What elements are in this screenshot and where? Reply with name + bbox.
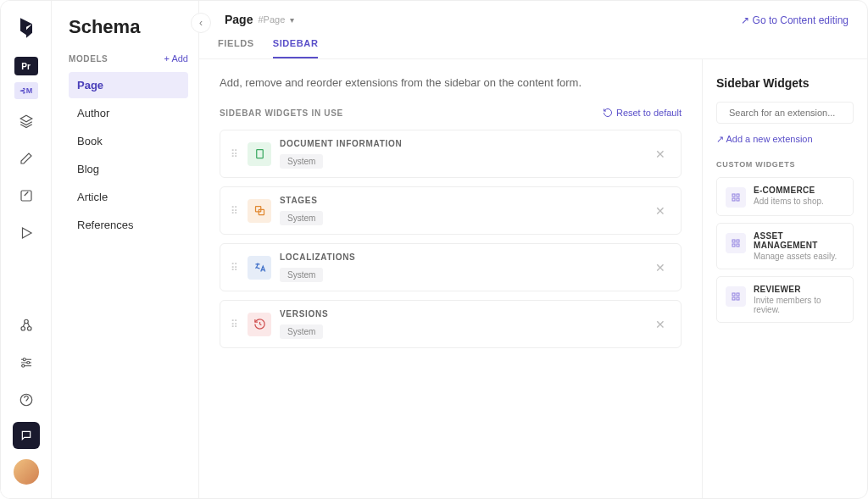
widget-tag: System — [280, 211, 323, 225]
remove-widget-button[interactable]: ✕ — [652, 144, 669, 164]
goto-content-editing-link[interactable]: ↗ Go to Content editing — [741, 14, 849, 26]
back-button[interactable]: ‹ — [191, 13, 211, 33]
widget-tag: System — [280, 324, 323, 339]
svg-rect-22 — [732, 297, 735, 300]
widgets-editor: Add, remove and reorder extensions from … — [199, 59, 702, 498]
main-content: ‹ Page #Page ▾ ↗ Go to Content editing F… — [199, 1, 867, 498]
versions-icon — [248, 313, 271, 336]
user-avatar[interactable] — [14, 459, 39, 485]
svg-point-1 — [21, 327, 25, 331]
svg-rect-18 — [732, 244, 735, 247]
add-model-button[interactable]: + Add — [164, 53, 188, 64]
svg-rect-19 — [737, 244, 739, 247]
schema-title: Schema — [69, 16, 188, 38]
custom-widget-asset-management[interactable]: ASSET MANAGEMENT Manage assets easily. — [716, 223, 854, 269]
models-sidebar: Schema MODELS + Add Page Author Book Blo… — [52, 1, 199, 498]
custom-widget-ecommerce[interactable]: E-COMMERCE Add items to shop. — [716, 177, 854, 216]
custom-widget-reviewer[interactable]: REVIEWER Invite members to review. — [716, 276, 854, 323]
drag-handle-icon[interactable]: ⠿ — [231, 205, 239, 217]
reset-icon — [603, 108, 613, 118]
widget-card-versions: ⠿ VERSIONS System ✕ — [220, 300, 682, 348]
rail-item-compose[interactable] — [11, 180, 42, 211]
svg-rect-15 — [737, 198, 739, 201]
rail-item-help[interactable] — [11, 385, 42, 415]
svg-point-2 — [27, 327, 31, 331]
breadcrumb-page: Page — [225, 13, 253, 26]
document-icon — [248, 142, 271, 166]
svg-point-5 — [26, 362, 29, 364]
widget-title: LOCALIZATIONS — [280, 252, 643, 262]
model-item-author[interactable]: Author — [69, 100, 188, 126]
widget-title: VERSIONS — [280, 309, 643, 319]
widgets-in-use-label: SIDEBAR WIDGETS IN USE — [220, 108, 343, 118]
svg-rect-16 — [732, 240, 735, 242]
svg-rect-0 — [21, 191, 31, 201]
stages-icon — [248, 199, 271, 223]
remove-widget-button[interactable]: ✕ — [652, 314, 669, 335]
intro-text: Add, remove and reorder extensions from … — [220, 76, 682, 89]
tab-sidebar[interactable]: SIDEBAR — [273, 38, 319, 58]
drag-handle-icon[interactable]: ⠿ — [231, 148, 239, 160]
widget-card-document-information: ⠿ DOCUMENT INFORMATION System ✕ — [220, 130, 682, 178]
svg-rect-14 — [732, 198, 735, 201]
svg-rect-21 — [737, 293, 739, 296]
extension-search-input[interactable] — [729, 108, 846, 118]
rail-item-edit[interactable] — [11, 143, 42, 174]
tab-fields[interactable]: FIELDS — [218, 38, 254, 58]
sidebar-widgets-panel: Sidebar Widgets ↗ Add a new extension CU… — [702, 59, 867, 498]
svg-rect-23 — [737, 297, 739, 300]
widget-card-stages: ⠿ STAGES System ✕ — [220, 186, 682, 235]
drag-handle-icon[interactable]: ⠿ — [231, 319, 239, 330]
svg-rect-8 — [256, 150, 263, 158]
svg-rect-13 — [737, 194, 739, 197]
drag-handle-icon[interactable]: ⠿ — [231, 262, 239, 274]
brand-logo-icon — [14, 16, 38, 40]
widget-tag: System — [280, 268, 323, 282]
widget-card-localizations: ⠿ LOCALIZATIONS System ✕ — [220, 243, 682, 291]
extension-search[interactable] — [716, 102, 854, 124]
widget-title: STAGES — [280, 196, 643, 205]
right-panel-title: Sidebar Widgets — [716, 76, 854, 90]
rail-item-chat[interactable] — [13, 422, 40, 449]
custom-desc: Manage assets easily. — [754, 252, 844, 261]
svg-point-4 — [23, 358, 25, 361]
custom-desc: Invite members to review. — [754, 296, 844, 314]
model-item-blog[interactable]: Blog — [69, 156, 188, 182]
widget-grid-icon — [726, 233, 746, 253]
widget-grid-icon — [726, 187, 746, 208]
remove-widget-button[interactable]: ✕ — [652, 258, 669, 278]
breadcrumb-dropdown[interactable]: ▾ — [290, 15, 294, 25]
reset-to-default-button[interactable]: Reset to default — [603, 108, 682, 118]
rail-item-webhooks[interactable] — [11, 310, 42, 341]
model-item-references[interactable]: References — [69, 212, 188, 238]
svg-rect-17 — [737, 240, 739, 242]
model-item-page[interactable]: Page — [69, 72, 188, 98]
rail-item-project[interactable]: Pr — [14, 57, 38, 75]
models-label: MODELS — [69, 54, 108, 64]
custom-desc: Add items to shop. — [754, 197, 844, 206]
widget-grid-icon — [726, 286, 746, 307]
icon-rail: Pr ⊰M — [1, 1, 52, 498]
rail-item-content-model[interactable]: ⊰M — [14, 82, 38, 99]
custom-widgets-label: CUSTOM WIDGETS — [716, 160, 854, 169]
model-item-article[interactable]: Article — [69, 184, 188, 210]
rail-item-layers[interactable] — [11, 106, 42, 136]
add-new-extension-link[interactable]: ↗ Add a new extension — [716, 134, 854, 145]
localization-icon — [248, 256, 271, 280]
widget-title: DOCUMENT INFORMATION — [280, 139, 643, 148]
remove-widget-button[interactable]: ✕ — [652, 201, 669, 221]
custom-title: E-COMMERCE — [754, 186, 844, 195]
rail-item-play[interactable] — [11, 218, 42, 248]
svg-rect-20 — [732, 293, 735, 296]
rail-item-settings[interactable] — [11, 347, 42, 378]
widget-tag: System — [280, 154, 323, 169]
model-item-book[interactable]: Book — [69, 128, 188, 154]
breadcrumb-slug: #Page — [258, 14, 285, 25]
custom-title: ASSET MANAGEMENT — [754, 231, 844, 250]
svg-point-6 — [21, 364, 24, 367]
custom-title: REVIEWER — [754, 285, 844, 294]
svg-rect-12 — [732, 194, 735, 197]
